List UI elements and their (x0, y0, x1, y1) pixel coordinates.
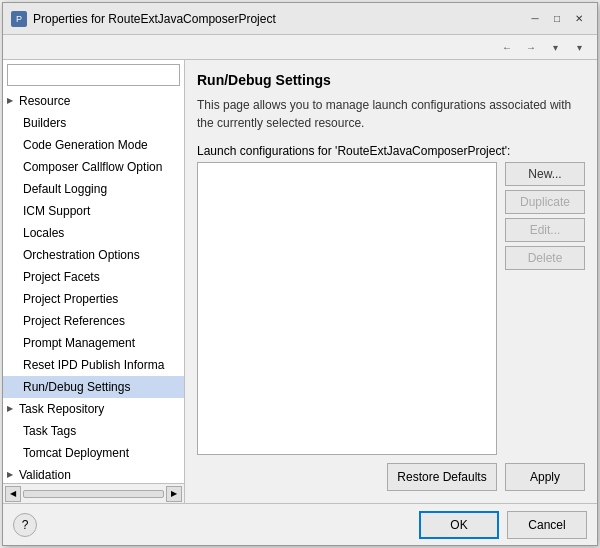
apply-button[interactable]: Apply (505, 463, 585, 491)
panel-title: Run/Debug Settings (197, 72, 585, 88)
tree-item-composer-callflow[interactable]: Composer Callflow Option (3, 156, 184, 178)
minimize-button[interactable]: ─ (525, 9, 545, 29)
restore-defaults-button[interactable]: Restore Defaults (387, 463, 497, 491)
search-input[interactable] (7, 64, 180, 86)
configurations-list[interactable] (197, 162, 497, 455)
forward-button[interactable]: → (521, 37, 541, 57)
scroll-left-button[interactable]: ◀ (5, 486, 21, 502)
properties-dialog: P Properties for RouteExtJavaComposerPro… (2, 2, 598, 546)
new-button[interactable]: New... (505, 162, 585, 186)
tree-item-default-logging[interactable]: Default Logging (3, 178, 184, 200)
tree-item-project-references[interactable]: Project References (3, 310, 184, 332)
tree-item-project-properties[interactable]: Project Properties (3, 288, 184, 310)
tree-item-icm-support[interactable]: ICM Support (3, 200, 184, 222)
config-buttons: New... Duplicate Edit... Delete (505, 162, 585, 455)
more-button[interactable]: ▾ (569, 37, 589, 57)
cancel-button[interactable]: Cancel (507, 511, 587, 539)
tree-item-resource[interactable]: ▶ Resource (3, 90, 184, 112)
tree-item-task-tags[interactable]: Task Tags (3, 420, 184, 442)
chevron-icon-task: ▶ (7, 400, 17, 418)
title-bar: P Properties for RouteExtJavaComposerPro… (3, 3, 597, 35)
close-button[interactable]: ✕ (569, 9, 589, 29)
right-panel: Run/Debug Settings This page allows you … (185, 60, 597, 503)
tree-item-code-gen[interactable]: Code Generation Mode (3, 134, 184, 156)
maximize-button[interactable]: □ (547, 9, 567, 29)
configs-area: New... Duplicate Edit... Delete (197, 162, 585, 455)
tree-item-locales[interactable]: Locales (3, 222, 184, 244)
duplicate-button[interactable]: Duplicate (505, 190, 585, 214)
title-bar-left: P Properties for RouteExtJavaComposerPro… (11, 11, 276, 27)
left-panel: ▶ Resource Builders Code Generation Mode… (3, 60, 185, 503)
tree-item-task-repository[interactable]: ▶ Task Repository (3, 398, 184, 420)
tree-item-run-debug-settings[interactable]: Run/Debug Settings (3, 376, 184, 398)
launch-label: Launch configurations for 'RouteExtJavaC… (197, 144, 585, 158)
tree-item-reset-ipd[interactable]: Reset IPD Publish Informa (3, 354, 184, 376)
edit-button[interactable]: Edit... (505, 218, 585, 242)
tree-item-tomcat-deployment[interactable]: Tomcat Deployment (3, 442, 184, 464)
dialog-body: ▶ Resource Builders Code Generation Mode… (3, 60, 597, 503)
ok-button[interactable]: OK (419, 511, 499, 539)
tree-item-project-facets[interactable]: Project Facets (3, 266, 184, 288)
title-controls: ─ □ ✕ (525, 9, 589, 29)
scroll-right-button[interactable]: ▶ (166, 486, 182, 502)
tree-container: ▶ Resource Builders Code Generation Mode… (3, 90, 184, 483)
horizontal-scrollbar[interactable]: ◀ ▶ (3, 483, 184, 503)
dialog-footer: ? OK Cancel (3, 503, 597, 545)
chevron-icon: ▶ (7, 92, 17, 110)
chevron-icon-validation: ▶ (7, 466, 17, 483)
delete-button[interactable]: Delete (505, 246, 585, 270)
panel-description: This page allows you to manage launch co… (197, 96, 585, 132)
bottom-action-buttons: Restore Defaults Apply (197, 463, 585, 491)
back-button[interactable]: ← (497, 37, 517, 57)
tree-item-prompt-management[interactable]: Prompt Management (3, 332, 184, 354)
tree-item-orchestration-options[interactable]: Orchestration Options (3, 244, 184, 266)
dialog-title: Properties for RouteExtJavaComposerProje… (33, 12, 276, 26)
nav-bar: ← → ▾ ▾ (3, 35, 597, 60)
scroll-track[interactable] (23, 490, 164, 498)
help-button[interactable]: ? (13, 513, 37, 537)
tree-item-builders[interactable]: Builders (3, 112, 184, 134)
footer-right: OK Cancel (419, 511, 587, 539)
tree-item-validation[interactable]: ▶ Validation (3, 464, 184, 483)
dialog-icon: P (11, 11, 27, 27)
dropdown-button[interactable]: ▾ (545, 37, 565, 57)
